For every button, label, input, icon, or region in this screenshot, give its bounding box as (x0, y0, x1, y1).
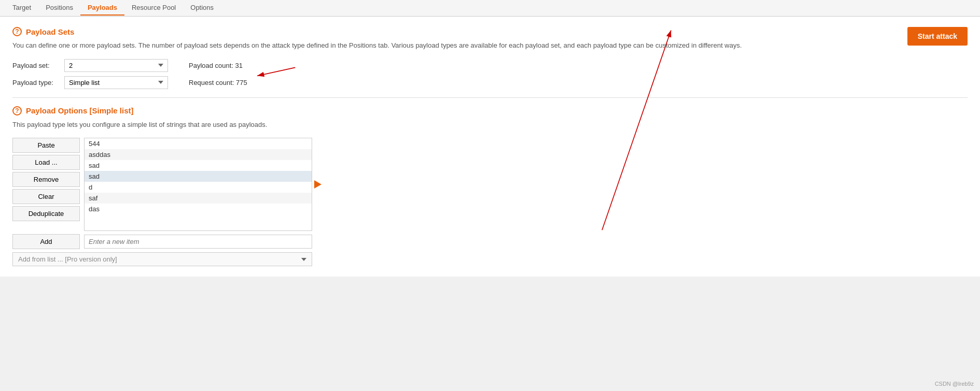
paste-button[interactable]: Paste (12, 138, 80, 153)
tab-options[interactable]: Options (183, 1, 221, 16)
payload-set-select[interactable]: 1 2 3 (64, 59, 168, 72)
scroll-arrow-icon[interactable] (314, 180, 321, 189)
payload-options-description: This payload type lets you configure a s… (12, 120, 968, 130)
tab-resource-pool[interactable]: Resource Pool (124, 1, 183, 16)
section-divider (12, 97, 968, 98)
add-item-row: Add (12, 234, 968, 249)
main-content: Start attack ? Payload Sets You can defi… (0, 17, 980, 277)
tab-positions[interactable]: Positions (38, 1, 80, 16)
list-item[interactable]: sad (85, 171, 312, 182)
payload-sets-help-icon[interactable]: ? (12, 27, 22, 36)
request-count-info: Request count: 775 (189, 79, 247, 86)
remove-button[interactable]: Remove (12, 172, 80, 187)
payload-options-help-icon[interactable]: ? (12, 106, 22, 115)
payload-sets-title: Payload Sets (26, 27, 74, 36)
add-item-input[interactable] (84, 235, 312, 249)
payload-options-section: ? Payload Options [Simple list] This pay… (12, 106, 968, 267)
list-item[interactable]: das (85, 204, 312, 214)
start-attack-button[interactable]: Start attack (907, 27, 968, 46)
add-from-list-dropdown[interactable]: Add from list ... [Pro version only] (12, 252, 312, 266)
payload-sets-header: ? Payload Sets (12, 27, 968, 36)
tab-payloads[interactable]: Payloads (80, 1, 124, 16)
list-item[interactable]: d (85, 182, 312, 193)
payload-list[interactable]: 544 asddas sad sad d saf das (84, 138, 312, 231)
payload-set-label: Payload set: (12, 62, 59, 69)
payload-list-container: Paste Load ... Remove Clear Deduplicate … (12, 138, 968, 231)
payload-options-header: ? Payload Options [Simple list] (12, 106, 968, 115)
list-item[interactable]: saf (85, 193, 312, 204)
deduplicate-button[interactable]: Deduplicate (12, 206, 80, 221)
list-item[interactable]: 544 (85, 138, 312, 149)
list-action-buttons: Paste Load ... Remove Clear Deduplicate (12, 138, 80, 231)
clear-button[interactable]: Clear (12, 189, 80, 204)
watermark: CSDN @lreb9z (935, 381, 974, 387)
tab-target[interactable]: Target (5, 1, 38, 16)
list-item[interactable]: sad (85, 160, 312, 171)
payload-type-label: Payload type: (12, 79, 59, 86)
payload-options-title: Payload Options [Simple list] (26, 106, 134, 115)
list-item[interactable]: asddas (85, 149, 312, 160)
payload-type-select[interactable]: Simple list Runtime file Numbers (64, 76, 168, 89)
payload-set-row: Payload set: 1 2 3 Payload count: 31 (12, 59, 968, 72)
load-button[interactable]: Load ... (12, 155, 80, 170)
payload-count-info: Payload count: 31 (189, 62, 243, 69)
payload-type-row: Payload type: Simple list Runtime file N… (12, 76, 968, 89)
add-button[interactable]: Add (12, 234, 80, 249)
top-nav: Target Positions Payloads Resource Pool … (0, 0, 980, 17)
payload-sets-description: You can define one or more payload sets.… (12, 40, 968, 51)
list-area-wrapper: 544 asddas sad sad d saf das (84, 138, 312, 231)
